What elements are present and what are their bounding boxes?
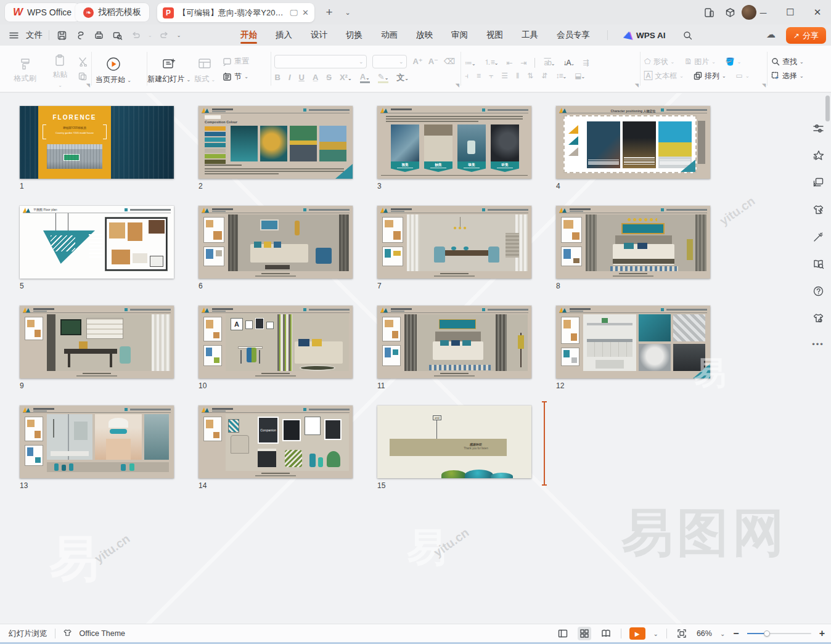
slide-thumbnail-3[interactable]: 视觉 触觉 嗅觉 听觉: [377, 106, 531, 179]
play-slideshow-button[interactable]: ▶: [629, 627, 645, 640]
slide-thumbnail-4[interactable]: Character positioning 人物定位: [556, 106, 710, 179]
slide-sorter-view-button[interactable]: [578, 627, 591, 640]
reset-button: 重置: [223, 56, 249, 67]
skin-theme-icon[interactable]: [813, 312, 824, 327]
slide-thumbnail-15[interactable]: end 感谢聆听 Thank you for listen: [377, 406, 531, 478]
play-from-current-button[interactable]: 当页开始 ⌄: [96, 52, 131, 85]
save-icon[interactable]: [55, 29, 68, 41]
slide-thumbnail-13[interactable]: [20, 406, 174, 478]
home-tab[interactable]: W WPS Office: [5, 3, 80, 22]
design-style-icon[interactable]: [813, 204, 824, 218]
font-dialog-launcher[interactable]: ◥: [456, 83, 459, 88]
effects-star-icon[interactable]: [813, 150, 824, 164]
watermark-url: yitu.cn: [92, 532, 133, 566]
cover-subtitle-en: Country garden Y205 model house: [38, 131, 111, 134]
find-in-document-icon[interactable]: [813, 258, 824, 272]
clear-format-icon: ⌫: [444, 57, 455, 66]
cloud-status-icon[interactable]: ☁⋯: [766, 29, 780, 40]
bottles-row: [47, 462, 169, 472]
tab-design[interactable]: 设计: [309, 26, 329, 44]
photo-block: [260, 126, 287, 161]
find-button[interactable]: 查找⌄: [771, 57, 804, 67]
section-button[interactable]: 节 ⌄: [223, 71, 248, 82]
slide-thumbnail-7[interactable]: [377, 206, 531, 279]
new-tab-button[interactable]: +: [322, 5, 337, 20]
collage-tile: [673, 314, 705, 341]
slide-thumbnail-5[interactable]: 平面图 Floor plan: [20, 206, 174, 279]
titlebar: W WPS Office ❧ 找稻壳模板 P 【可编辑】意向-翡冷翠Y205户 …: [0, 0, 831, 25]
slide-thumbnail-2[interactable]: Composition Colour: [199, 106, 353, 179]
slide-number: 10: [199, 381, 353, 390]
slide-thumbnail-9[interactable]: [20, 306, 174, 378]
tab-wps-ai[interactable]: WPS AI: [624, 31, 666, 40]
zoom-slider-thumb[interactable]: [764, 630, 770, 637]
drawing-dialog-launcher[interactable]: ◥: [762, 83, 766, 88]
play-options-chevron-icon[interactable]: ⌄: [653, 630, 658, 637]
tab-list-chevron-icon[interactable]: ⌄: [340, 5, 355, 20]
device-sync-icon[interactable]: [702, 5, 716, 20]
photo-block: [424, 124, 452, 161]
tab-home[interactable]: 开始: [239, 26, 258, 44]
tab-view[interactable]: 视图: [485, 26, 504, 44]
quickbar-chevron-icon[interactable]: ⌄: [177, 33, 181, 38]
arrange-button[interactable]: 排列⌄: [694, 71, 726, 81]
collage-tile: [639, 314, 671, 341]
tab-insert[interactable]: 插入: [274, 26, 293, 44]
slide-thumbnail-1[interactable]: FLORENCE 碧桂园Y205样板房 Country garden Y205 …: [20, 106, 174, 179]
slide-thumbnail-8[interactable]: [556, 206, 710, 279]
zoom-in-button[interactable]: +: [819, 628, 825, 639]
align-left-icon: ⫞: [465, 71, 468, 80]
slide-thumbnail-12[interactable]: [556, 306, 710, 378]
fit-to-window-icon[interactable]: [675, 627, 689, 640]
reading-view-button[interactable]: [599, 627, 613, 640]
clipboard-group: 格式刷 粘贴⌄ ◥: [4, 48, 91, 89]
minimize-button[interactable]: ─: [750, 0, 777, 25]
zoom-chevron-icon[interactable]: ⌄: [720, 630, 725, 637]
slide-sorter-canvas[interactable]: FLORENCE 碧桂园Y205样板房 Country garden Y205 …: [0, 93, 831, 624]
close-tab-icon[interactable]: ✕: [302, 8, 309, 17]
more-options-icon[interactable]: •••: [812, 340, 824, 349]
share-button[interactable]: ↗ 分享: [786, 27, 826, 44]
document-tab[interactable]: P 【可编辑】意向-翡冷翠Y205户 🖵 ✕: [157, 3, 314, 22]
export-pdf-icon[interactable]: [74, 29, 86, 41]
tab-member[interactable]: 会员专享: [555, 26, 591, 44]
underline-button: U: [299, 73, 305, 82]
tab-review[interactable]: 审阅: [450, 26, 469, 44]
hamburger-menu-icon[interactable]: [7, 29, 20, 41]
tab-tools[interactable]: 工具: [520, 26, 539, 44]
slide-thumbnail-14[interactable]: Companion: [199, 406, 353, 478]
slide-cell-9: 9: [20, 306, 174, 390]
slide-thumbnail-10[interactable]: A: [199, 306, 353, 378]
maximize-button[interactable]: ☐: [777, 0, 804, 25]
kitchen-photo: [583, 314, 636, 371]
slide-thumbnail-6[interactable]: [199, 206, 353, 279]
zoom-slider[interactable]: [747, 633, 811, 634]
photo-block: [319, 126, 346, 161]
help-icon[interactable]: [813, 285, 824, 300]
normal-view-button[interactable]: [556, 627, 570, 640]
monitor-icon: 🖵: [290, 8, 298, 18]
object-properties-icon[interactable]: [813, 123, 824, 137]
close-button[interactable]: ✕: [804, 0, 831, 25]
print-icon[interactable]: [92, 29, 105, 41]
select-button[interactable]: 选择⌄: [771, 71, 804, 81]
file-menu[interactable]: 文件: [26, 30, 43, 41]
slide-transition-icon[interactable]: [813, 177, 824, 191]
tab-animation[interactable]: 动画: [380, 26, 399, 44]
statusbar: 幻灯片浏览 Office Theme ▶ ⌄ 66% ⌄ − +: [0, 624, 831, 644]
apps-cube-icon[interactable]: [723, 5, 737, 20]
search-icon[interactable]: [682, 29, 694, 41]
magic-wand-icon[interactable]: [813, 231, 824, 245]
tab-slideshow[interactable]: 放映: [415, 26, 434, 44]
clipboard-dialog-launcher[interactable]: ◥: [86, 83, 90, 88]
slide-thumbnail-11[interactable]: [377, 306, 531, 378]
new-slide-button[interactable]: 新建幻灯片 ⌄: [151, 53, 187, 84]
vertical-scrollbar[interactable]: [825, 96, 830, 121]
zoom-out-button[interactable]: −: [733, 628, 739, 639]
zoom-level-label[interactable]: 66%: [697, 629, 712, 638]
docer-tab[interactable]: ❧ 找稻壳模板: [75, 3, 149, 22]
slide-cell-15: end 感谢聆听 Thank you for listen 15: [377, 406, 531, 490]
tab-transition[interactable]: 切换: [345, 26, 364, 44]
paragraph-dialog-launcher[interactable]: ◥: [635, 83, 639, 88]
print-preview-icon[interactable]: [111, 29, 123, 41]
